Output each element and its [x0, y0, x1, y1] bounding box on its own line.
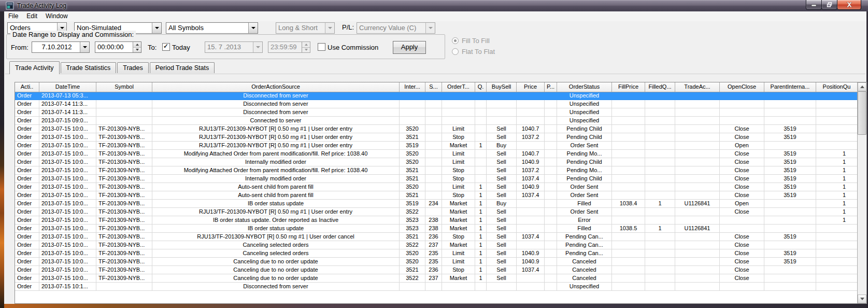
table-cell: [545, 225, 557, 233]
table-cell: Sell: [487, 266, 517, 274]
table-row[interactable]: Order2013-07-15 10:0...TF-201309-NYB...C…: [15, 241, 858, 249]
chevron-down-button[interactable]: [248, 23, 258, 33]
from-time-spinner[interactable]: [133, 42, 141, 52]
tab-trades[interactable]: Trades: [117, 62, 148, 73]
table-row[interactable]: Order2013-07-15 10:0...TF-201309-NYB...R…: [15, 142, 858, 150]
table-row[interactable]: Order2013-07-15 10:0...TF-201309-NYB...R…: [15, 233, 858, 241]
table-cell: 1: [475, 208, 487, 216]
column-header[interactable]: FillPrice: [612, 82, 645, 92]
table-cell: [720, 117, 764, 125]
table-cell: [612, 92, 645, 100]
table-cell: Buy: [487, 142, 517, 150]
menu-window[interactable]: Window: [41, 11, 72, 21]
column-header[interactable]: DateTime: [39, 82, 96, 92]
table-row[interactable]: Order2013-07-15 09:0...Connected to serv…: [15, 117, 858, 125]
table-row[interactable]: Order2013-07-15 10:0...TF-201309-NYB...R…: [15, 208, 858, 216]
column-header[interactable]: PositionQu: [816, 82, 858, 92]
column-header[interactable]: OrderStatus: [557, 82, 612, 92]
table-row[interactable]: Order2013-07-14 11:3...Disconnected from…: [15, 108, 858, 117]
table-row[interactable]: Order2013-07-15 10:0...TF-201309-NYB...I…: [15, 200, 858, 208]
spin-down-button[interactable]: [133, 47, 141, 53]
table-row[interactable]: Order2013-07-15 10:0...TF-201309-NYB...M…: [15, 166, 858, 175]
use-commission-label[interactable]: Use Commission: [328, 44, 378, 51]
table-cell: [816, 283, 858, 291]
table-cell: [764, 108, 816, 117]
table-cell: Order: [15, 274, 39, 283]
from-time-input[interactable]: 00:00:00: [95, 41, 141, 53]
column-header[interactable]: Price: [517, 82, 545, 92]
table-cell: [764, 283, 816, 291]
table-cell: 3519: [764, 249, 816, 258]
scrollbar-thumb[interactable]: [858, 91, 866, 135]
column-header[interactable]: OrderActionSource: [152, 82, 400, 92]
table-cell: [545, 100, 557, 108]
table-row[interactable]: Order2013-07-15 10:0...TF-201309-NYB...M…: [15, 150, 858, 158]
column-header[interactable]: ParentInterna...: [764, 82, 816, 92]
tab-period-trade-stats[interactable]: Period Trade Stats: [150, 62, 215, 73]
table-row[interactable]: Order2013-07-15 10:0...TF-201309-NYB...A…: [15, 183, 858, 191]
table-cell: TF-201309-NYB...: [96, 150, 152, 158]
table-cell: Modifying Attached Order from parent mod…: [152, 166, 400, 175]
spin-up-button[interactable]: [133, 42, 141, 47]
scroll-up-button[interactable]: [858, 82, 866, 91]
menu-edit[interactable]: Edit: [22, 11, 41, 21]
table-row[interactable]: Order2013-07-15 10:0...TF-201309-NYB...R…: [15, 133, 858, 142]
table-row[interactable]: Order2013-07-15 10:0...TF-201309-NYB...C…: [15, 274, 858, 283]
table-cell: [612, 258, 645, 266]
column-header[interactable]: FilledQ...: [645, 82, 675, 92]
column-header[interactable]: Q.: [475, 82, 487, 92]
apply-button[interactable]: Apply: [393, 41, 426, 54]
table-row[interactable]: Order2013-07-15 10:0...TF-201309-NYB...C…: [15, 249, 858, 258]
table-row[interactable]: Order2013-07-15 10:0...TF-201309-NYB...I…: [15, 216, 858, 225]
table-row[interactable]: Order2013-07-15 10:0...TF-201309-NYB...C…: [15, 258, 858, 266]
table-cell: TF-201309-NYB...: [96, 274, 152, 283]
table-row[interactable]: Order2013-07-13 05:3...Disconnected from…: [15, 92, 858, 100]
table-row[interactable]: Order2013-07-15 10:0...TF-201309-NYB...A…: [15, 191, 858, 200]
column-header[interactable]: Symbol: [96, 82, 152, 92]
table-row[interactable]: Order2013-07-14 11:3...Disconnected from…: [15, 100, 858, 108]
column-header[interactable]: S...: [425, 82, 442, 92]
table-cell: [400, 92, 425, 100]
column-header[interactable]: Inter...: [400, 82, 425, 92]
close-button[interactable]: [837, 0, 861, 10]
table-row[interactable]: Order2013-07-15 10:0...TF-201309-NYB...I…: [15, 175, 858, 183]
symbols-filter-dropdown[interactable]: All Symbols: [166, 22, 258, 34]
restore-button[interactable]: [821, 0, 837, 10]
scroll-down-button[interactable]: [858, 295, 866, 303]
table-row[interactable]: Order2013-07-15 10:0...TF-201309-NYB...I…: [15, 158, 858, 166]
table-cell: [720, 108, 764, 117]
table-cell: Order: [15, 249, 39, 258]
from-date-dropdown-button[interactable]: [80, 42, 89, 52]
column-header[interactable]: BuySell: [487, 82, 517, 92]
table-cell: [487, 100, 517, 108]
column-header[interactable]: OrderT...: [442, 82, 475, 92]
tab-trade-statistics[interactable]: Trade Statistics: [61, 62, 117, 73]
today-checkbox-label[interactable]: Today: [172, 44, 190, 51]
from-date-dropdown[interactable]: 7.10.2012: [32, 41, 90, 53]
title-bar[interactable]: Trade Activity Log: [0, 0, 868, 11]
column-header[interactable]: OpenClose: [720, 82, 764, 92]
chevron-down-button[interactable]: [152, 23, 161, 33]
column-header[interactable]: Acti..: [15, 82, 39, 92]
table-cell: [425, 191, 442, 200]
table-cell: [545, 183, 557, 191]
table-cell: Auto-sent child from parent fill: [152, 183, 400, 191]
table-cell: 2013-07-15 10:0...: [39, 133, 96, 142]
table-cell: [545, 200, 557, 208]
menu-file[interactable]: File: [4, 11, 22, 21]
table-row[interactable]: Order2013-07-15 10:0...TF-201309-NYB...C…: [15, 266, 858, 274]
table-row[interactable]: Order2013-07-15 10:0...TF-201309-NYB...I…: [15, 225, 858, 233]
minimize-button[interactable]: [806, 0, 822, 10]
column-header[interactable]: TradeAc...: [675, 82, 720, 92]
table-cell: 235: [425, 249, 442, 258]
table-row[interactable]: Order2013-07-15 10:0...TF-201309-NYB...R…: [15, 125, 858, 133]
vertical-scrollbar[interactable]: [857, 82, 866, 303]
use-commission-checkbox[interactable]: [318, 43, 325, 51]
tab-trade-activity[interactable]: Trade Activity: [9, 61, 60, 74]
table-cell: [96, 283, 152, 291]
table-cell: TF-201309-NYB...: [96, 175, 152, 183]
column-header[interactable]: P...: [545, 82, 557, 92]
table-cell: [545, 142, 557, 150]
today-checkbox[interactable]: [162, 43, 170, 51]
table-row[interactable]: Order2013-07-15 10:1...Disconnected from…: [15, 283, 858, 291]
